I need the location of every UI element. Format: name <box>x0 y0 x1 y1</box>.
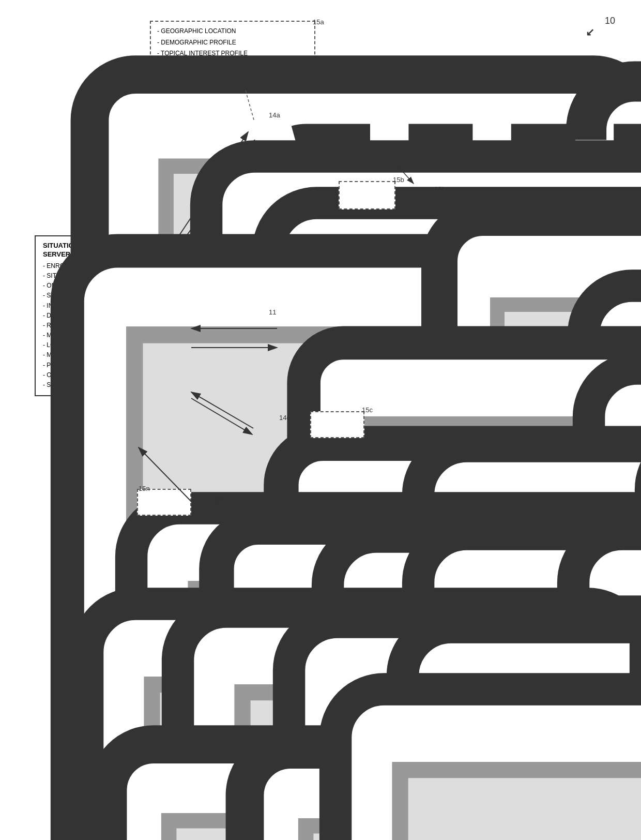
svg-rect-33 <box>268 203 641 840</box>
svg-line-154 <box>191 392 253 428</box>
box-15c <box>310 411 364 438</box>
svg-line-155 <box>191 398 252 434</box>
svg-rect-113 <box>289 622 641 840</box>
svg-rect-143 <box>335 689 641 840</box>
server-box: SITUATIONAL AWARENESSSERVER - ENROLLMENT… <box>35 235 190 396</box>
svg-line-11 <box>246 91 257 124</box>
server-title: SITUATIONAL AWARENESSSERVER <box>43 242 181 259</box>
svg-point-17 <box>418 724 494 800</box>
svg-rect-29 <box>271 237 641 722</box>
label-13: 13 <box>570 184 579 192</box>
svg-rect-23 <box>268 140 641 840</box>
svg-rect-144 <box>400 770 641 840</box>
awareness-info-label: SITUATIONALAWARENESSINFORMATION <box>194 359 241 388</box>
svg-rect-24 <box>332 217 641 730</box>
svg-rect-139 <box>306 826 641 840</box>
figure-number: 10 <box>605 16 615 26</box>
svg-line-157 <box>246 91 254 122</box>
label-14: 14 <box>472 153 481 161</box>
profile-item-2: - DEMOGRAPHIC PROFILE <box>157 37 308 49</box>
label-14a: 14a <box>269 111 280 119</box>
svg-point-16 <box>326 724 403 800</box>
label-18b: 18b <box>434 185 446 193</box>
svg-rect-119 <box>467 708 641 840</box>
svg-rect-93 <box>418 534 641 840</box>
svg-rect-99 <box>638 615 641 840</box>
svg-line-7 <box>181 393 269 424</box>
server-services: - ENROLLMENT - SITUATIONAL AWARENESS - O… <box>43 261 181 390</box>
svg-rect-114 <box>354 703 641 840</box>
label-11: 11 <box>269 308 276 316</box>
arrow-10: ↙ <box>586 26 594 38</box>
box-15n <box>137 489 191 516</box>
svg-rect-128 <box>635 679 641 840</box>
label-15c: 15c <box>362 406 373 414</box>
label-14c: 14c <box>279 414 290 422</box>
svg-point-25 <box>421 807 498 840</box>
svg-rect-88 <box>328 536 641 840</box>
svg-rect-78 <box>131 508 641 840</box>
svg-rect-94 <box>483 615 641 840</box>
svg-point-32 <box>545 803 610 840</box>
svg-line-151 <box>171 132 248 248</box>
svg-rect-84 <box>272 611 641 840</box>
svg-rect-34 <box>333 284 641 769</box>
svg-line-10 <box>377 212 403 222</box>
svg-rect-133 <box>108 744 641 840</box>
svg-rect-79 <box>196 589 616 840</box>
svg-rect-68 <box>418 446 641 840</box>
awareness-request-label: SITUATIONALAWARENESSREQUEST <box>194 308 238 336</box>
svg-rect-48 <box>584 286 641 840</box>
svg-rect-109 <box>242 693 641 840</box>
box-15b <box>339 181 395 209</box>
profile-item-3: - TOPICAL INTEREST PROFILE <box>157 48 308 59</box>
svg-rect-43 <box>439 218 641 840</box>
label-15n: 15n <box>139 485 150 492</box>
label-15a: 15a <box>313 18 324 26</box>
svg-point-31 <box>449 803 513 840</box>
svg-point-27 <box>627 807 641 840</box>
svg-point-15 <box>235 724 311 800</box>
svg-rect-104 <box>152 685 572 840</box>
label-15b: 15b <box>393 176 404 184</box>
svg-rect-39 <box>134 335 538 805</box>
svg-rect-69 <box>483 527 641 840</box>
svg-point-26 <box>524 807 601 840</box>
svg-rect-108 <box>178 611 641 840</box>
svg-line-4 <box>152 144 264 248</box>
svg-rect-58 <box>589 368 641 840</box>
svg-rect-138 <box>245 749 641 840</box>
profile-box: - GEOGRAPHIC LOCATION - DEMOGRAPHIC PROF… <box>150 21 315 65</box>
label-12: 12 <box>158 230 165 238</box>
svg-rect-98 <box>573 534 641 840</box>
svg-rect-103 <box>87 604 636 840</box>
profile-item-1: - GEOGRAPHIC LOCATION <box>157 26 308 37</box>
svg-rect-83 <box>217 527 641 840</box>
svg-rect-54 <box>371 423 641 840</box>
svg-rect-134 <box>169 821 597 840</box>
svg-point-30 <box>352 803 416 840</box>
svg-rect-118 <box>403 627 641 840</box>
svg-line-8 <box>181 398 268 429</box>
svg-rect-89 <box>392 618 641 840</box>
label-14n: 14n <box>213 497 225 504</box>
svg-rect-28 <box>206 156 641 840</box>
svg-rect-18 <box>586 81 641 840</box>
svg-rect-64 <box>337 527 641 840</box>
svg-rect-44 <box>497 305 641 826</box>
svg-rect-63 <box>281 443 641 840</box>
